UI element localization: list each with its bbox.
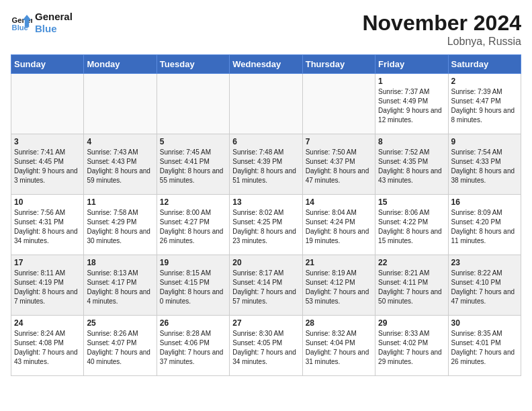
title-block: November 2024 Lobnya, Russia [362,11,521,48]
empty-cell [11,74,84,134]
day-number: 22 [378,258,445,267]
empty-cell [157,74,229,134]
day-number: 13 [232,197,299,207]
day-number: 11 [87,197,153,207]
table-row: 22Sunrise: 8:21 AMSunset: 4:11 PMDayligh… [375,255,448,316]
day-number: 2 [451,77,518,86]
day-info: Sunrise: 8:22 AMSunset: 4:10 PMDaylight:… [451,269,518,306]
empty-cell [230,74,302,134]
table-row: 10Sunrise: 7:56 AMSunset: 4:31 PMDayligh… [11,195,84,255]
day-number: 16 [451,197,518,207]
day-number: 29 [378,318,445,328]
table-row: 15Sunrise: 8:06 AMSunset: 4:22 PMDayligh… [375,195,448,255]
day-number: 24 [14,318,81,328]
col-sunday: Sunday [11,55,84,74]
empty-cell [84,74,157,134]
day-info: Sunrise: 7:50 AMSunset: 4:37 PMDaylight:… [306,148,372,185]
calendar-week-row: 24Sunrise: 8:24 AMSunset: 4:08 PMDayligh… [11,316,521,376]
logo-icon: General Blue [11,12,32,34]
table-row: 29Sunrise: 8:33 AMSunset: 4:02 PMDayligh… [375,316,448,376]
day-number: 3 [14,137,81,146]
table-row: 12Sunrise: 8:00 AMSunset: 4:27 PMDayligh… [157,195,229,255]
logo-text-general: General [35,11,73,23]
table-row: 2Sunrise: 7:39 AMSunset: 4:47 PMDaylight… [448,74,521,134]
month-title: November 2024 [362,11,521,36]
table-row: 17Sunrise: 8:11 AMSunset: 4:19 PMDayligh… [11,255,84,316]
day-number: 27 [232,318,299,328]
day-number: 10 [14,197,81,207]
day-info: Sunrise: 7:56 AMSunset: 4:31 PMDaylight:… [14,208,81,246]
table-row: 13Sunrise: 8:02 AMSunset: 4:25 PMDayligh… [230,195,302,255]
table-row: 1Sunrise: 7:37 AMSunset: 4:49 PMDaylight… [375,74,448,134]
table-row: 28Sunrise: 8:32 AMSunset: 4:04 PMDayligh… [302,316,375,376]
table-row: 30Sunrise: 8:35 AMSunset: 4:01 PMDayligh… [448,316,521,376]
calendar-week-row: 1Sunrise: 7:37 AMSunset: 4:49 PMDaylight… [11,74,521,134]
table-row: 7Sunrise: 7:50 AMSunset: 4:37 PMDaylight… [302,134,375,195]
day-info: Sunrise: 7:52 AMSunset: 4:35 PMDaylight:… [378,148,445,185]
day-info: Sunrise: 7:39 AMSunset: 4:47 PMDaylight:… [451,87,518,125]
day-info: Sunrise: 8:35 AMSunset: 4:01 PMDaylight:… [451,329,518,367]
day-number: 30 [451,318,518,328]
table-row: 19Sunrise: 8:15 AMSunset: 4:15 PMDayligh… [157,255,229,316]
day-number: 9 [451,137,518,146]
col-tuesday: Tuesday [157,55,229,74]
day-info: Sunrise: 7:43 AMSunset: 4:43 PMDaylight:… [87,148,153,185]
day-info: Sunrise: 8:21 AMSunset: 4:11 PMDaylight:… [378,269,445,306]
day-number: 7 [306,137,372,146]
day-number: 19 [160,258,226,267]
day-info: Sunrise: 8:11 AMSunset: 4:19 PMDaylight:… [14,269,81,306]
day-info: Sunrise: 7:54 AMSunset: 4:33 PMDaylight:… [451,148,518,185]
day-number: 5 [160,137,226,146]
calendar-week-row: 10Sunrise: 7:56 AMSunset: 4:31 PMDayligh… [11,195,521,255]
day-number: 12 [160,197,226,207]
day-info: Sunrise: 8:24 AMSunset: 4:08 PMDaylight:… [14,329,81,367]
logo: General Blue General Blue [11,11,73,35]
calendar-table: Sunday Monday Tuesday Wednesday Thursday… [11,54,521,376]
table-row: 24Sunrise: 8:24 AMSunset: 4:08 PMDayligh… [11,316,84,376]
day-info: Sunrise: 8:00 AMSunset: 4:27 PMDaylight:… [160,208,226,246]
col-thursday: Thursday [302,55,375,74]
day-info: Sunrise: 8:32 AMSunset: 4:04 PMDaylight:… [306,329,372,367]
day-info: Sunrise: 7:37 AMSunset: 4:49 PMDaylight:… [378,87,445,125]
col-friday: Friday [375,55,448,74]
day-info: Sunrise: 8:28 AMSunset: 4:06 PMDaylight:… [160,329,226,367]
day-number: 18 [87,258,153,267]
day-info: Sunrise: 8:15 AMSunset: 4:15 PMDaylight:… [160,269,226,306]
day-info: Sunrise: 7:48 AMSunset: 4:39 PMDaylight:… [232,148,299,185]
day-info: Sunrise: 8:02 AMSunset: 4:25 PMDaylight:… [232,208,299,246]
day-number: 1 [378,77,445,86]
day-info: Sunrise: 8:30 AMSunset: 4:05 PMDaylight:… [232,329,299,367]
table-row: 23Sunrise: 8:22 AMSunset: 4:10 PMDayligh… [448,255,521,316]
table-row: 6Sunrise: 7:48 AMSunset: 4:39 PMDaylight… [230,134,302,195]
table-row: 14Sunrise: 8:04 AMSunset: 4:24 PMDayligh… [302,195,375,255]
day-number: 15 [378,197,445,207]
day-info: Sunrise: 7:58 AMSunset: 4:29 PMDaylight:… [87,208,153,246]
day-info: Sunrise: 8:09 AMSunset: 4:20 PMDaylight:… [451,208,518,246]
calendar-week-row: 17Sunrise: 8:11 AMSunset: 4:19 PMDayligh… [11,255,521,316]
day-info: Sunrise: 8:17 AMSunset: 4:14 PMDaylight:… [232,269,299,306]
day-number: 23 [451,258,518,267]
day-info: Sunrise: 7:41 AMSunset: 4:45 PMDaylight:… [14,148,81,185]
day-info: Sunrise: 8:19 AMSunset: 4:12 PMDaylight:… [306,269,372,306]
table-row: 21Sunrise: 8:19 AMSunset: 4:12 PMDayligh… [302,255,375,316]
table-row: 27Sunrise: 8:30 AMSunset: 4:05 PMDayligh… [230,316,302,376]
calendar-header-row: Sunday Monday Tuesday Wednesday Thursday… [11,55,521,74]
logo-text-blue: Blue [35,23,73,35]
location: Lobnya, Russia [362,36,521,48]
table-row: 25Sunrise: 8:26 AMSunset: 4:07 PMDayligh… [84,316,157,376]
day-number: 14 [306,197,372,207]
table-row: 18Sunrise: 8:13 AMSunset: 4:17 PMDayligh… [84,255,157,316]
col-saturday: Saturday [448,55,521,74]
page-header: General Blue General Blue November 2024 … [11,11,521,48]
table-row: 3Sunrise: 7:41 AMSunset: 4:45 PMDaylight… [11,134,84,195]
day-info: Sunrise: 8:26 AMSunset: 4:07 PMDaylight:… [87,329,153,367]
day-number: 28 [306,318,372,328]
day-info: Sunrise: 8:06 AMSunset: 4:22 PMDaylight:… [378,208,445,246]
day-number: 6 [232,137,299,146]
table-row: 9Sunrise: 7:54 AMSunset: 4:33 PMDaylight… [448,134,521,195]
day-info: Sunrise: 8:04 AMSunset: 4:24 PMDaylight:… [306,208,372,246]
day-number: 8 [378,137,445,146]
day-number: 21 [306,258,372,267]
col-monday: Monday [84,55,157,74]
col-wednesday: Wednesday [230,55,302,74]
